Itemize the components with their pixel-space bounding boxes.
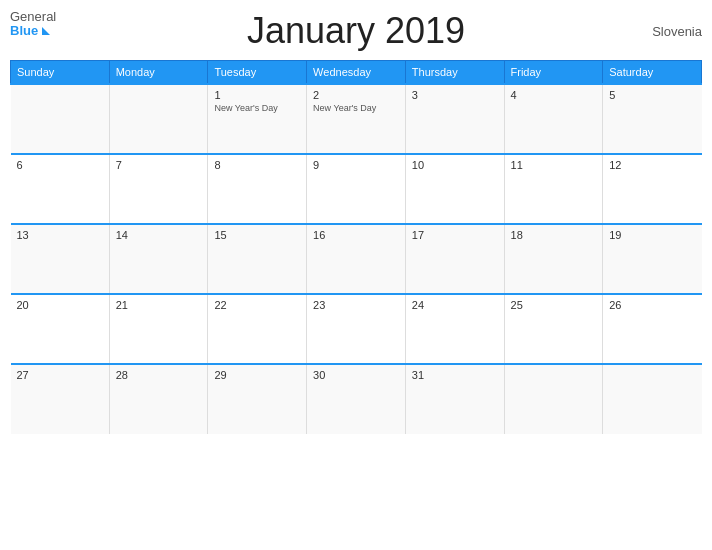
calendar-cell: 1New Year's Day <box>208 84 307 154</box>
calendar-week-row: 6789101112 <box>11 154 702 224</box>
weekday-header-row: Sunday Monday Tuesday Wednesday Thursday… <box>11 61 702 85</box>
calendar-cell: 22 <box>208 294 307 364</box>
header-sunday: Sunday <box>11 61 110 85</box>
logo-blue-text: Blue <box>10 23 38 38</box>
day-number: 31 <box>412 369 498 381</box>
calendar-cell: 5 <box>603 84 702 154</box>
day-number: 11 <box>511 159 597 171</box>
calendar-cell: 30 <box>307 364 406 434</box>
day-number: 17 <box>412 229 498 241</box>
day-number: 10 <box>412 159 498 171</box>
calendar-cell: 25 <box>504 294 603 364</box>
day-number: 24 <box>412 299 498 311</box>
calendar-cell: 8 <box>208 154 307 224</box>
day-number: 22 <box>214 299 300 311</box>
holiday-label: New Year's Day <box>214 103 300 113</box>
calendar-cell: 19 <box>603 224 702 294</box>
calendar-week-row: 2728293031 <box>11 364 702 434</box>
day-number: 20 <box>17 299 103 311</box>
day-number: 14 <box>116 229 202 241</box>
calendar-cell: 15 <box>208 224 307 294</box>
day-number: 19 <box>609 229 695 241</box>
page: General Blue January 2019 Slovenia Sunda… <box>0 0 712 550</box>
day-number: 23 <box>313 299 399 311</box>
day-number: 13 <box>17 229 103 241</box>
day-number: 3 <box>412 89 498 101</box>
day-number: 21 <box>116 299 202 311</box>
calendar-cell: 23 <box>307 294 406 364</box>
calendar-cell: 9 <box>307 154 406 224</box>
logo-blue-row: Blue <box>10 23 50 38</box>
country-label: Slovenia <box>652 24 702 39</box>
calendar-cell: 31 <box>405 364 504 434</box>
calendar-cell: 27 <box>11 364 110 434</box>
day-number: 28 <box>116 369 202 381</box>
day-number: 15 <box>214 229 300 241</box>
calendar-cell: 24 <box>405 294 504 364</box>
calendar-header: General Blue January 2019 Slovenia <box>10 10 702 52</box>
calendar-cell: 10 <box>405 154 504 224</box>
day-number: 12 <box>609 159 695 171</box>
calendar-week-row: 13141516171819 <box>11 224 702 294</box>
calendar-cell: 18 <box>504 224 603 294</box>
day-number: 5 <box>609 89 695 101</box>
calendar-cell: 21 <box>109 294 208 364</box>
calendar-cell <box>504 364 603 434</box>
calendar-cell: 29 <box>208 364 307 434</box>
day-number: 26 <box>609 299 695 311</box>
day-number: 9 <box>313 159 399 171</box>
calendar-cell: 13 <box>11 224 110 294</box>
calendar-cell: 28 <box>109 364 208 434</box>
day-number: 7 <box>116 159 202 171</box>
calendar-cell: 2New Year's Day <box>307 84 406 154</box>
day-number: 30 <box>313 369 399 381</box>
calendar-title: January 2019 <box>247 10 465 52</box>
logo: General Blue <box>10 10 56 38</box>
calendar-week-row: 1New Year's Day2New Year's Day345 <box>11 84 702 154</box>
day-number: 6 <box>17 159 103 171</box>
calendar-cell: 17 <box>405 224 504 294</box>
calendar-cell: 20 <box>11 294 110 364</box>
day-number: 25 <box>511 299 597 311</box>
holiday-label: New Year's Day <box>313 103 399 113</box>
day-number: 27 <box>17 369 103 381</box>
calendar-cell: 16 <box>307 224 406 294</box>
header-wednesday: Wednesday <box>307 61 406 85</box>
header-monday: Monday <box>109 61 208 85</box>
calendar-cell <box>603 364 702 434</box>
calendar-cell: 6 <box>11 154 110 224</box>
logo-triangle-icon <box>42 27 50 35</box>
day-number: 29 <box>214 369 300 381</box>
day-number: 1 <box>214 89 300 101</box>
calendar-cell: 14 <box>109 224 208 294</box>
day-number: 18 <box>511 229 597 241</box>
header-thursday: Thursday <box>405 61 504 85</box>
header-friday: Friday <box>504 61 603 85</box>
header-tuesday: Tuesday <box>208 61 307 85</box>
calendar-cell: 4 <box>504 84 603 154</box>
calendar-week-row: 20212223242526 <box>11 294 702 364</box>
calendar-cell: 7 <box>109 154 208 224</box>
day-number: 4 <box>511 89 597 101</box>
calendar-table: Sunday Monday Tuesday Wednesday Thursday… <box>10 60 702 434</box>
day-number: 2 <box>313 89 399 101</box>
calendar-cell: 11 <box>504 154 603 224</box>
logo-general-text: General <box>10 10 56 23</box>
calendar-cell: 3 <box>405 84 504 154</box>
calendar-cell: 12 <box>603 154 702 224</box>
day-number: 8 <box>214 159 300 171</box>
day-number: 16 <box>313 229 399 241</box>
header-saturday: Saturday <box>603 61 702 85</box>
calendar-cell: 26 <box>603 294 702 364</box>
calendar-cell <box>109 84 208 154</box>
calendar-cell <box>11 84 110 154</box>
